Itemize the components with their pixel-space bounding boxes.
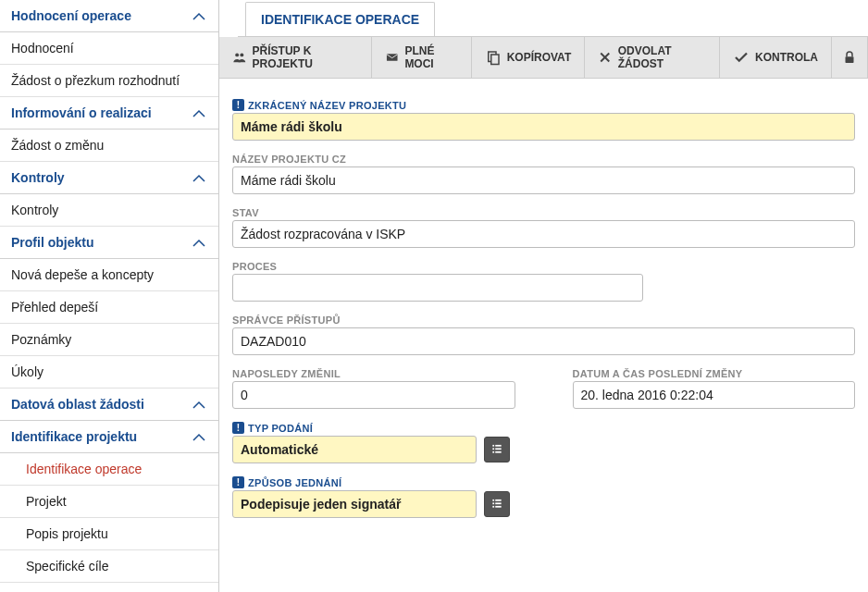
svg-rect-7	[495, 444, 501, 446]
svg-rect-9	[495, 448, 501, 450]
toolbar-odvolat-zadost[interactable]: ODVOLAT ŽÁDOST	[585, 37, 720, 78]
sidebar-section-informovani[interactable]: Informování o realizaci	[0, 97, 218, 130]
svg-rect-8	[492, 448, 494, 450]
required-icon: !	[232, 422, 244, 434]
people-icon	[232, 49, 247, 66]
svg-point-0	[235, 53, 239, 56]
sidebar-item-zadost-zmenu[interactable]: Žádost o změnu	[0, 130, 218, 162]
required-icon: !	[232, 476, 244, 488]
list-icon	[490, 442, 503, 458]
sidebar-item-kontroly[interactable]: Kontroly	[0, 194, 218, 227]
tab-identifikace-operace[interactable]: IDENTIFIKACE OPERACE	[245, 2, 435, 36]
chevron-up-icon	[191, 431, 207, 442]
sidebar-item-indikatory[interactable]: Indikátory	[0, 583, 218, 592]
sidebar-item-poznamky[interactable]: Poznámky	[0, 324, 218, 356]
nazev-projektu-label: NÁZEV PROJEKTU CZ	[232, 154, 855, 165]
sidebar-section-label: Informování o realizaci	[11, 105, 152, 120]
naposledy-zmenil-label: NAPOSLEDY ZMĚNIL	[232, 368, 515, 379]
svg-rect-14	[492, 502, 494, 504]
sidebar: Hodnocení operace Hodnocení Žádost o pře…	[0, 0, 219, 592]
proces-label: PROCES	[232, 261, 855, 272]
chevron-up-icon	[191, 10, 207, 21]
form: ! ZKRÁCENÝ NÁZEV PROJEKTU NÁZEV PROJEKTU…	[219, 79, 868, 592]
svg-rect-11	[495, 450, 501, 452]
zpusob-jednani-input[interactable]	[232, 490, 477, 518]
toolbar-lock[interactable]	[832, 37, 868, 78]
chevron-up-icon	[191, 172, 207, 183]
sidebar-section-label: Identifikace projektu	[11, 429, 137, 444]
sidebar-section-identifikace[interactable]: Identifikace projektu	[0, 421, 218, 453]
svg-rect-12	[492, 499, 494, 500]
toolbar: PŘÍSTUP K PROJEKTU PLNÉ MOCI KOPÍROVAT O…	[219, 37, 868, 79]
copy-icon	[485, 49, 502, 66]
sidebar-section-profil[interactable]: Profil objektu	[0, 227, 218, 259]
toolbar-kontrola[interactable]: KONTROLA	[720, 37, 832, 78]
lock-icon	[841, 49, 858, 66]
zpusob-jednani-label: ! ZPŮSOB JEDNÁNÍ	[232, 476, 855, 488]
typ-podani-input[interactable]	[232, 436, 477, 463]
stav-label: STAV	[232, 207, 855, 218]
zpusob-jednani-picker-button[interactable]	[484, 491, 510, 517]
svg-rect-16	[492, 505, 494, 507]
svg-rect-17	[495, 505, 501, 507]
sidebar-item-depese-koncepty[interactable]: Nová depeše a koncepty	[0, 259, 218, 291]
zkraceny-nazev-label: ! ZKRÁCENÝ NÁZEV PROJEKTU	[232, 99, 855, 111]
nazev-projektu-input[interactable]	[232, 166, 855, 194]
tabs: IDENTIFIKACE OPERACE	[238, 2, 868, 37]
sidebar-section-label: Kontroly	[11, 170, 65, 185]
stav-input[interactable]	[232, 220, 855, 248]
proces-input[interactable]	[232, 274, 643, 302]
datum-cas-input[interactable]	[573, 381, 856, 409]
sidebar-item-popis-projektu[interactable]: Popis projektu	[0, 518, 218, 550]
sidebar-section-hodnoceni[interactable]: Hodnocení operace	[0, 0, 218, 32]
svg-rect-13	[495, 499, 501, 500]
sidebar-item-hodnoceni[interactable]: Hodnocení	[0, 32, 218, 65]
sidebar-item-specificke-cile[interactable]: Specifické cíle	[0, 550, 218, 583]
sidebar-item-ukoly[interactable]: Úkoly	[0, 356, 218, 388]
sidebar-section-datova[interactable]: Datová oblast žádosti	[0, 388, 218, 421]
svg-rect-5	[845, 56, 853, 63]
svg-rect-6	[492, 444, 494, 446]
toolbar-kopirovat[interactable]: KOPÍROVAT	[472, 37, 586, 78]
svg-point-1	[240, 53, 243, 56]
toolbar-plne-moci[interactable]: PLNÉ MOCI	[372, 37, 472, 78]
sidebar-item-zadost-prezkum[interactable]: Žádost o přezkum rozhodnutí	[0, 65, 218, 97]
sidebar-item-prehled-depesi[interactable]: Přehled depeší	[0, 291, 218, 324]
x-icon	[598, 49, 613, 66]
spravce-label: SPRÁVCE PŘÍSTUPŮ	[232, 314, 855, 326]
check-icon	[733, 49, 750, 66]
sidebar-item-projekt[interactable]: Projekt	[0, 486, 218, 518]
svg-rect-15	[495, 502, 501, 504]
zkraceny-nazev-input[interactable]	[232, 113, 855, 141]
svg-rect-10	[492, 450, 494, 452]
typ-podani-label: ! TYP PODÁNÍ	[232, 422, 855, 434]
naposledy-zmenil-input[interactable]	[232, 381, 515, 409]
chevron-up-icon	[191, 107, 207, 118]
chevron-up-icon	[191, 237, 207, 248]
sidebar-section-label: Datová oblast žádosti	[11, 397, 144, 412]
main-panel: IDENTIFIKACE OPERACE PŘÍSTUP K PROJEKTU …	[219, 0, 868, 592]
svg-rect-2	[387, 54, 398, 61]
mail-icon	[385, 49, 399, 66]
sidebar-section-label: Hodnocení operace	[11, 8, 131, 23]
sidebar-section-label: Profil objektu	[11, 235, 93, 250]
spravce-input[interactable]	[232, 327, 855, 355]
chevron-up-icon	[191, 399, 207, 410]
sidebar-section-kontroly[interactable]: Kontroly	[0, 162, 218, 194]
list-icon	[490, 497, 503, 512]
required-icon: !	[232, 99, 244, 111]
datum-cas-label: DATUM A ČAS POSLEDNÍ ZMĚNY	[573, 368, 856, 379]
svg-rect-4	[490, 55, 498, 65]
sidebar-item-identifikace-operace[interactable]: Identifikace operace	[0, 453, 218, 486]
typ-podani-picker-button[interactable]	[484, 437, 510, 462]
toolbar-pristup-k-projektu[interactable]: PŘÍSTUP K PROJEKTU	[219, 37, 372, 78]
